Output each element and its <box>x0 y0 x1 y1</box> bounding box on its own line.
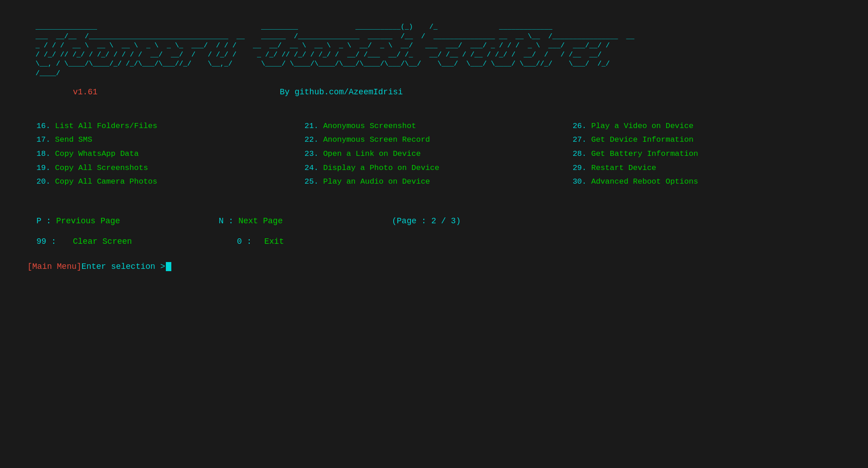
version-credit-line: v1.61 By github.com/AzeemIdrisi <box>73 87 841 97</box>
menu-label-30: Advanced Reboot Options <box>591 177 698 186</box>
menu-label-21: Anonymous Screenshot <box>323 122 416 130</box>
menu-item-20[interactable]: 20. Copy All Camera Photos <box>36 175 304 189</box>
menu-col2: 21. Anonymous Screenshot 22. Anonymous S… <box>304 119 572 189</box>
menu-num-23: 23. <box>304 149 318 158</box>
nav-pagination-row: P : Previous Page N : Next Page (Page : … <box>36 216 841 226</box>
menu-label-22: Anonymous Screen Record <box>323 135 430 144</box>
menu-item-30[interactable]: 30. Advanced Reboot Options <box>573 175 841 189</box>
menu-item-24[interactable]: 24. Display a Photo on Device <box>304 161 572 175</box>
menu-num-16: 16. <box>36 122 51 130</box>
menu-item-21[interactable]: 21. Anonymous Screenshot <box>304 119 572 134</box>
menu-label-24: Display a Photo on Device <box>323 164 439 172</box>
menu-num-28: 28. <box>573 149 587 158</box>
menu-item-23[interactable]: 23. Open a Link on Device <box>304 147 572 161</box>
prev-page-label[interactable]: Previous Page <box>56 216 120 226</box>
menu-num-17: 17. <box>36 135 51 144</box>
menu-label-28: Get Battery Information <box>591 149 698 158</box>
version-text: v1.61 <box>73 87 98 97</box>
ascii-art-banner: _______________ _________ ___________(_)… <box>27 14 841 78</box>
next-page-label[interactable]: Next Page <box>238 216 282 226</box>
menu-num-20: 20. <box>36 177 51 186</box>
menu-label-26: Play a Video on Device <box>591 122 693 130</box>
menu-col3: 26. Play a Video on Device 27. Get Devic… <box>573 119 841 189</box>
prev-key: P : Previous Page <box>36 216 182 226</box>
menu-num-26: 26. <box>573 122 587 130</box>
prompt-text: Enter selection > <box>82 262 165 271</box>
menu-label-16: List All Folders/Files <box>55 122 157 130</box>
menu-item-18[interactable]: 18. Copy WhatsApp Data <box>36 147 304 161</box>
menu-item-29[interactable]: 29. Restart Device <box>573 161 841 175</box>
menu-label-18: Copy WhatsApp Data <box>55 149 139 158</box>
menu-label-17: Send SMS <box>55 135 92 144</box>
cursor-block[interactable] <box>166 262 171 271</box>
clear-key: 99 : <box>36 237 73 246</box>
menu-item-16[interactable]: 16. List All Folders/Files <box>36 119 304 134</box>
menu-item-25[interactable]: 25. Play an Audio on Device <box>304 175 572 189</box>
menu-num-25: 25. <box>304 177 318 186</box>
menu-label-23: Open a Link on Device <box>323 149 421 158</box>
next-key-label: N : <box>219 216 238 226</box>
exit-key: 0 : <box>237 237 264 246</box>
next-key: N : Next Page <box>219 216 365 226</box>
menu-num-27: 27. <box>573 135 587 144</box>
menu-grid: 16. List All Folders/Files 17. Send SMS … <box>36 119 841 189</box>
nav-section: P : Previous Page N : Next Page (Page : … <box>36 216 841 246</box>
menu-item-27[interactable]: 27. Get Device Information <box>573 133 841 147</box>
menu-item-17[interactable]: 17. Send SMS <box>36 133 304 147</box>
page-info: (Page : 2 / 3) <box>392 216 461 226</box>
menu-item-22[interactable]: 22. Anonymous Screen Record <box>304 133 572 147</box>
menu-num-19: 19. <box>36 164 51 172</box>
menu-num-21: 21. <box>304 122 318 130</box>
menu-label-20: Copy All Camera Photos <box>55 177 157 186</box>
menu-num-18: 18. <box>36 149 51 158</box>
menu-label-27: Get Device Information <box>591 135 693 144</box>
prev-key-label: P : <box>36 216 56 226</box>
menu-num-22: 22. <box>304 135 318 144</box>
menu-item-19[interactable]: 19. Copy All Screenshots <box>36 161 304 175</box>
menu-num-24: 24. <box>304 164 318 172</box>
exit-label[interactable]: Exit <box>264 237 284 246</box>
menu-label-25: Play an Audio on Device <box>323 177 430 186</box>
menu-num-29: 29. <box>573 164 587 172</box>
menu-item-26[interactable]: 26. Play a Video on Device <box>573 119 841 134</box>
menu-col1: 16. List All Folders/Files 17. Send SMS … <box>36 119 304 189</box>
menu-label-29: Restart Device <box>591 164 656 172</box>
menu-label-19: Copy All Screenshots <box>55 164 148 172</box>
menu-item-28[interactable]: 28. Get Battery Information <box>573 147 841 161</box>
nav-clear-exit-row: 99 : Clear Screen 0 : Exit <box>36 237 841 246</box>
prompt-line: [Main Menu] Enter selection > <box>27 262 841 271</box>
credit-text: By github.com/AzeemIdrisi <box>280 87 403 97</box>
prompt-bracket: [Main Menu] <box>27 262 82 271</box>
clear-screen-label[interactable]: Clear Screen <box>73 237 182 246</box>
menu-num-30: 30. <box>573 177 587 186</box>
